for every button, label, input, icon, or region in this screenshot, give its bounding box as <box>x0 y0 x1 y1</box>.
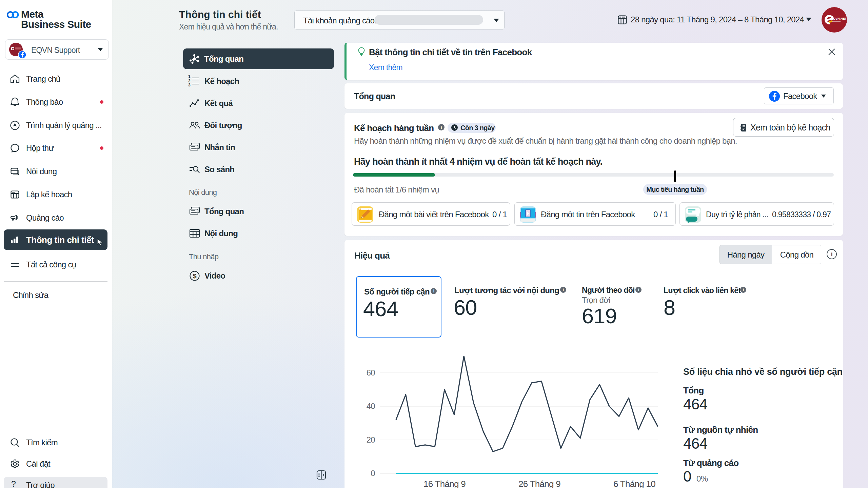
svg-text:20: 20 <box>367 435 375 444</box>
svg-text:6 Tháng 10: 6 Tháng 10 <box>613 479 655 488</box>
svg-text:26 Tháng 9: 26 Tháng 9 <box>518 479 560 488</box>
svg-text:60: 60 <box>367 368 375 377</box>
svg-text:40: 40 <box>367 402 375 411</box>
svg-text:0: 0 <box>371 469 375 478</box>
svg-text:16 Tháng 9: 16 Tháng 9 <box>423 479 466 488</box>
